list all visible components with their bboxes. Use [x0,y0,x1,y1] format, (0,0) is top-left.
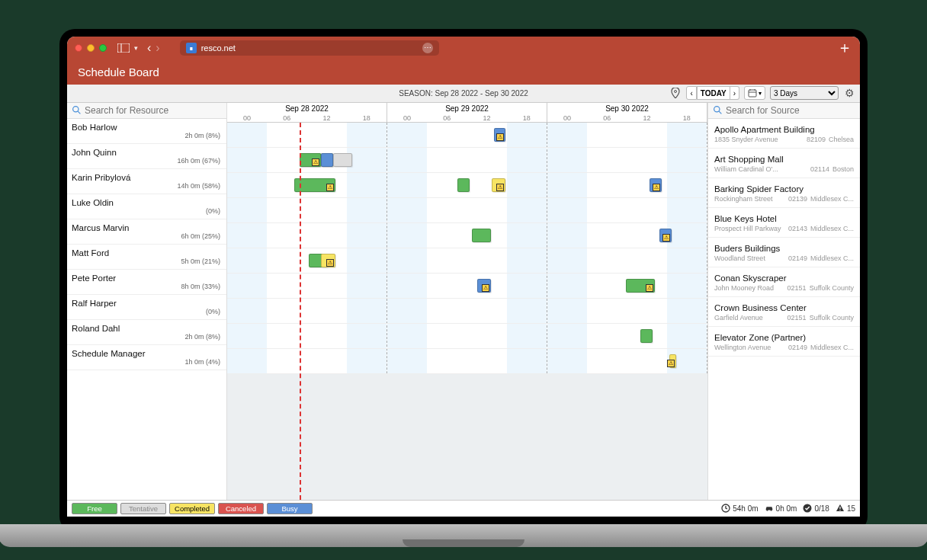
svg-rect-16 [839,510,840,510]
legend-canceled[interactable]: Canceled [218,503,264,514]
warning-icon: ⚠ [662,234,670,242]
resource-row[interactable]: Schedule Manager1h 0m (4%) [67,345,226,370]
source-item[interactable]: Buders BuildingsWoodland Street02149Midd… [708,238,860,267]
calendar-button[interactable]: ▾ [744,86,765,100]
legend-completed[interactable]: Completed [169,503,215,514]
source-title: Conan Skyscraper [714,274,854,283]
booking-block[interactable]: ⚠ [477,279,492,293]
svg-rect-15 [839,507,840,509]
resource-search-input[interactable] [85,105,222,116]
legend-busy[interactable]: Busy [267,503,313,514]
svg-point-7 [73,107,79,112]
resource-row[interactable]: Bob Harlow2h 0m (8%) [67,119,226,144]
now-line [300,123,301,500]
svg-rect-3 [749,90,756,97]
source-zip: 02143 [788,225,807,232]
warning-icon: ⚠ [646,284,653,292]
booking-block[interactable] [640,329,653,343]
window-min-dot[interactable] [87,44,95,52]
source-title: Barking Spider Factory [714,184,854,194]
source-item[interactable]: Art Shopping MallWilliam Cardinal O'...0… [708,149,860,178]
legend-free[interactable]: Free [72,503,117,514]
gear-icon[interactable]: ⚙ [843,87,855,99]
resource-name: Pete Porter [72,274,220,283]
booking-block[interactable] [321,153,333,167]
source-title: Apollo Apartment Building [714,125,854,134]
resource-util: 5h 0m (21%) [72,258,220,265]
chevron-down-icon[interactable]: ▾ [134,44,138,52]
source-search[interactable] [708,103,860,119]
more-icon[interactable]: ⋯ [422,43,433,53]
window-max-dot[interactable] [99,44,107,52]
source-address: John Mooney Road [714,284,784,292]
source-zip: 02139 [788,195,807,203]
resource-list: Bob Harlow2h 0m (8%)John Quinn16h 0m (67… [67,119,226,500]
clock-icon [721,504,730,513]
source-item[interactable]: Crown Business CenterGarfield Avenue0215… [708,297,860,327]
resource-search[interactable] [67,103,226,119]
next-button[interactable]: › [730,86,739,100]
booking-block[interactable]: ⚠ [321,254,335,267]
range-select[interactable]: 3 Days [770,86,839,100]
source-item[interactable]: Apollo Apartment Building1835 Snyder Ave… [708,119,860,149]
search-icon [72,105,82,115]
new-tab-button[interactable]: ＋ [837,37,852,58]
source-address: Prospect Hill Parkway [714,225,785,232]
source-item[interactable]: Elevator Zone (Partner)Wellington Avenue… [708,327,860,357]
window-close-dot[interactable] [75,44,82,52]
timeline-body[interactable]: ⚠⚠⚠⚠⚠⚠⚠⚠⚠⚠⚠⚠ [227,123,707,500]
booking-block[interactable] [472,229,491,242]
resource-util: 1h 0m (4%) [72,358,220,366]
booking-block[interactable]: ⚠ [492,178,506,192]
hour-label: 06 [267,114,306,122]
map-pin-icon[interactable] [669,87,682,99]
source-title: Crown Business Center [714,303,854,312]
sidebar-icon[interactable] [117,43,130,53]
prev-button[interactable]: ‹ [686,86,696,100]
today-button[interactable]: TODAY [697,86,730,100]
source-list: Apollo Apartment Building1835 Snyder Ave… [708,119,860,500]
svg-rect-0 [117,43,130,53]
booking-block[interactable]: ⚠ [659,229,672,242]
booking-block[interactable]: ⚠ [669,354,676,368]
resource-row[interactable]: Roland Dahl2h 0m (8%) [67,320,226,345]
resource-row[interactable]: Pete Porter8h 0m (33%) [67,270,226,295]
warning-icon: ⚠ [326,259,334,267]
booking-block[interactable] [457,178,470,192]
source-item[interactable]: Blue Keys HotelProspect Hill Parkway0214… [708,208,860,238]
booking-block[interactable]: ⚠ [626,279,655,293]
resource-row[interactable]: Karin Pribylová14h 0m (58%) [67,169,226,194]
hour-label: 18 [507,114,547,122]
source-address: Garfield Avenue [714,314,784,322]
back-icon[interactable]: ‹ [147,41,151,55]
source-region: Suffolk County [810,284,854,292]
source-zip: 02149 [788,254,807,262]
booking-block[interactable]: ⚠ [650,178,662,192]
hour-label: 00 [547,114,587,122]
svg-line-10 [719,111,721,114]
site-icon: ∎ [186,43,197,53]
warning-icon: ⚠ [312,158,319,166]
status-travel: 0h 0m [765,504,797,513]
resource-row[interactable]: Matt Ford5h 0m (21%) [67,245,226,270]
browser-bar: ▾ ‹ › ∎ resco.net ⋯ ＋ [67,37,860,59]
hour-label: 12 [627,114,667,122]
page-title: Schedule Board [67,59,860,85]
booking-block[interactable]: ⚠ [494,128,506,142]
address-bar[interactable]: ∎ resco.net ⋯ [180,40,439,56]
resource-row[interactable]: Marcus Marvin6h 0m (25%) [67,219,226,245]
resource-row[interactable]: Luke Oldin(0%) [67,194,226,219]
source-item[interactable]: Conan SkyscraperJohn Mooney Road02151Suf… [708,267,860,297]
resource-row[interactable]: John Quinn16h 0m (67%) [67,144,226,169]
hour-label: 06 [587,114,627,122]
legend-tentative[interactable]: Tentative [120,503,166,514]
hour-label: 18 [667,114,707,122]
source-item[interactable]: Barking Spider FactoryRockingham Street0… [708,178,860,208]
booking-block[interactable] [333,153,352,167]
search-icon [713,105,723,115]
resource-row[interactable]: Ralf Harper(0%) [67,295,226,320]
booking-block[interactable]: ⚠ [300,153,321,167]
source-search-input[interactable] [726,105,855,116]
source-title: Blue Keys Hotel [714,214,854,223]
check-icon [803,504,812,513]
